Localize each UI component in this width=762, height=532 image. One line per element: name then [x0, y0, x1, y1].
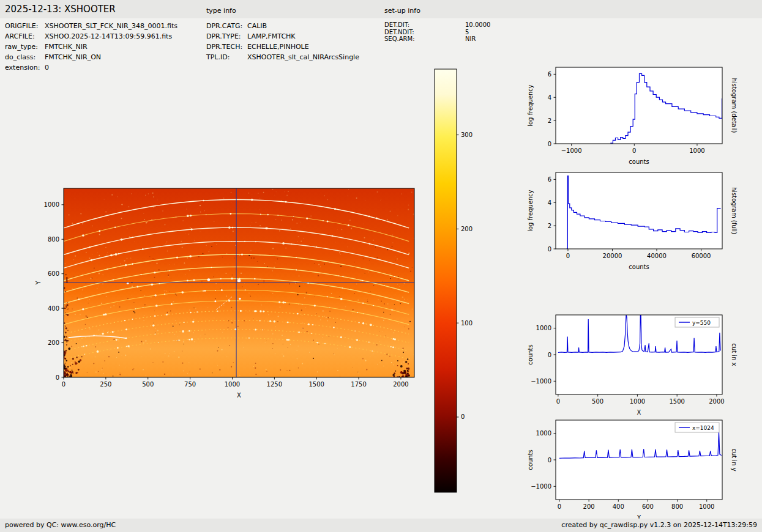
svg-text:Y: Y: [35, 281, 42, 286]
footer-bar: powered by QC: www.eso.org/HC created by…: [0, 519, 762, 532]
svg-text:400: 400: [613, 503, 624, 510]
legend: x=1024: [675, 423, 719, 432]
svg-text:1000: 1000: [689, 147, 704, 154]
detector-raster: [64, 188, 414, 377]
svg-text:1750: 1750: [351, 381, 366, 388]
svg-text:1000: 1000: [225, 381, 240, 388]
svg-text:histogram (full): histogram (full): [731, 187, 738, 234]
svg-text:counts: counts: [629, 264, 649, 270]
svg-text:800: 800: [671, 503, 683, 510]
legend: y=550: [675, 317, 719, 327]
svg-text:counts: counts: [527, 344, 534, 364]
svg-text:400: 400: [48, 305, 59, 312]
svg-text:1250: 1250: [267, 381, 282, 388]
svg-text:0: 0: [632, 147, 636, 154]
svg-text:0: 0: [548, 352, 551, 358]
svg-text:0: 0: [548, 141, 551, 147]
svg-text:cut in x: cut in x: [731, 343, 738, 366]
svg-text:60000: 60000: [692, 253, 711, 259]
svg-text:counts: counts: [527, 449, 534, 470]
charts-area: 0250500750100012501500175020000200400600…: [0, 0, 762, 532]
svg-text:500: 500: [592, 398, 603, 405]
svg-text:0: 0: [56, 374, 59, 381]
svg-text:200: 200: [461, 226, 473, 232]
svg-text:counts: counts: [629, 158, 649, 165]
svg-text:1000: 1000: [536, 325, 551, 331]
svg-text:600: 600: [48, 270, 59, 277]
cut-in-y-plot: 02004006008001000−100001000Ycountscut in…: [520, 413, 744, 528]
svg-text:20000: 20000: [603, 253, 622, 259]
svg-text:200: 200: [48, 339, 59, 346]
detector-image-plot: 0250500750100012501500175020000200400600…: [29, 181, 425, 405]
svg-text:600: 600: [642, 503, 654, 510]
svg-text:4: 4: [548, 94, 551, 101]
cut-in-x-plot: 0500100015002000−100001000Xcountscut in …: [520, 308, 744, 423]
svg-text:1000: 1000: [536, 430, 551, 437]
svg-text:0: 0: [461, 413, 465, 420]
svg-text:2: 2: [548, 117, 551, 124]
svg-text:100: 100: [461, 320, 473, 327]
svg-text:histogram (detail): histogram (detail): [731, 78, 738, 133]
svg-text:40000: 40000: [647, 253, 667, 259]
svg-text:0: 0: [566, 253, 570, 259]
svg-text:1500: 1500: [308, 381, 324, 388]
svg-text:6: 6: [548, 176, 551, 183]
footer-created-by: created by qc_rawdisp.py v1.2.3 on 2025-…: [561, 521, 757, 529]
svg-text:2: 2: [548, 223, 551, 229]
svg-text:−1000: −1000: [561, 147, 582, 154]
qc-report-page: 2025-12-13: XSHOOTER type info set-up in…: [0, 0, 762, 532]
svg-text:0: 0: [548, 457, 551, 464]
svg-text:800: 800: [48, 236, 59, 243]
colorbar-gradient: [435, 69, 457, 492]
svg-text:0: 0: [548, 246, 551, 253]
svg-text:6: 6: [548, 71, 551, 78]
svg-text:−1000: −1000: [531, 378, 551, 385]
svg-text:1000: 1000: [699, 503, 714, 510]
svg-text:0: 0: [558, 503, 561, 510]
colorbar: 0100200300: [428, 64, 485, 499]
histogram-detail-plot: −1000010000246countslog frequencyhistogr…: [520, 60, 744, 172]
svg-text:250: 250: [100, 381, 111, 388]
svg-text:x=1024: x=1024: [692, 425, 714, 431]
svg-text:500: 500: [142, 381, 154, 388]
svg-text:750: 750: [184, 381, 196, 388]
svg-text:2000: 2000: [709, 398, 724, 405]
footer-powered-by: powered by QC: www.eso.org/HC: [5, 521, 116, 529]
svg-text:1000: 1000: [44, 201, 59, 208]
svg-text:1500: 1500: [669, 398, 684, 405]
histogram-full-plot: 02000040000600000246countslog frequencyh…: [520, 165, 744, 277]
svg-text:log frequency: log frequency: [527, 84, 534, 127]
svg-text:2000: 2000: [393, 381, 408, 388]
svg-text:1000: 1000: [630, 398, 645, 405]
svg-text:−1000: −1000: [531, 483, 551, 490]
svg-text:X: X: [237, 392, 241, 399]
svg-text:cut in y: cut in y: [731, 448, 738, 471]
svg-text:log frequency: log frequency: [527, 190, 534, 232]
svg-text:200: 200: [583, 503, 595, 510]
svg-text:0: 0: [62, 381, 65, 388]
svg-text:y=550: y=550: [692, 320, 711, 326]
svg-text:0: 0: [556, 398, 560, 405]
svg-text:4: 4: [548, 199, 551, 206]
svg-text:300: 300: [461, 131, 473, 138]
